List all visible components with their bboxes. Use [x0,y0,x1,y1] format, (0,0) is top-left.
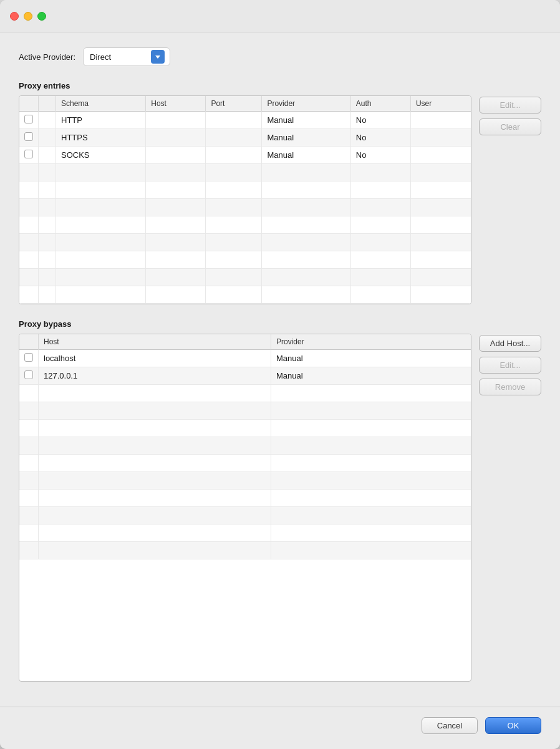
row-schema: HTTPS [56,129,146,147]
bypass-header-row: Host Provider [19,334,471,350]
proxy-entries-table-section: Schema Host Port Provider Auth User HTTP [19,95,541,304]
empty-row [19,234,471,251]
minimize-button[interactable] [24,12,32,21]
title-bar [0,0,560,32]
empty-row [19,164,471,181]
row-auth: No [350,147,410,164]
empty-row [19,269,471,286]
row-schema: HTTP [56,112,146,129]
row-provider: Manual [262,129,350,147]
empty-row [19,216,471,234]
empty-row [19,542,471,559]
col-host: Host [146,96,206,112]
bypass-row-host: 127.0.0.1 [39,367,271,385]
proxy-bypass-title: Proxy bypass [19,319,541,329]
empty-row [19,402,471,420]
bypass-table-container: Host Provider localhost Manual 127.0.0.1… [19,334,471,682]
col-color [39,96,56,112]
traffic-lights [10,12,46,21]
empty-row [19,181,471,199]
ok-button[interactable]: OK [485,717,541,734]
table-row[interactable]: 127.0.0.1 Manual [19,367,471,385]
empty-row [19,251,471,269]
bypass-col-host: Host [39,334,271,350]
bypass-row-host: localhost [39,350,271,367]
row-schema: SOCKS [56,147,146,164]
bypass-row-provider: Manual [271,350,471,367]
bypass-row-checkbox[interactable] [24,370,33,379]
row-provider: Manual [262,112,350,129]
row-checkbox[interactable] [24,115,33,123]
empty-row [19,524,471,542]
row-checkbox[interactable] [24,132,33,141]
table-row[interactable]: localhost Manual [19,350,471,367]
empty-row [19,472,471,490]
proxy-entries-table-container: Schema Host Port Provider Auth User HTTP [19,95,471,304]
bypass-col-provider: Provider [271,334,471,350]
proxy-entries-table: Schema Host Port Provider Auth User HTTP [19,96,471,304]
row-host [146,147,206,164]
proxy-entries-section: Proxy entries Schema Host Port Provider [19,81,541,319]
row-port [206,112,262,129]
row-color-cell [39,129,56,147]
row-auth: No [350,112,410,129]
row-user [410,147,471,164]
empty-row [19,437,471,455]
proxy-entries-buttons: Edit... Clear [479,95,541,304]
col-schema: Schema [56,96,146,112]
row-host [146,129,206,147]
empty-row [19,507,471,524]
empty-row [19,455,471,472]
proxy-entries-header-row: Schema Host Port Provider Auth User [19,96,471,112]
table-row[interactable]: SOCKS Manual No [19,147,471,164]
col-auth: Auth [350,96,410,112]
row-color-cell [39,112,56,129]
row-port [206,129,262,147]
bypass-buttons-col: Add Host... Edit... Remove [479,334,541,682]
dropdown-arrow-icon [151,50,165,64]
content-area: Active Provider: Direct Proxy entries Sc… [0,32,560,707]
proxy-entries-title: Proxy entries [19,81,541,90]
table-row[interactable]: HTTP Manual No [19,112,471,129]
bypass-table: Host Provider localhost Manual 127.0.0.1… [19,334,471,559]
add-host-button[interactable]: Add Host... [479,335,541,352]
cancel-button[interactable]: Cancel [422,717,478,734]
provider-dropdown[interactable]: Direct [83,47,170,66]
empty-row [19,286,471,304]
bypass-edit-button[interactable]: Edit... [479,357,541,374]
close-button[interactable] [10,12,19,21]
empty-row [19,385,471,402]
col-user: User [410,96,471,112]
row-host [146,112,206,129]
row-checkbox[interactable] [24,150,33,158]
empty-row [19,490,471,507]
col-provider: Provider [262,96,350,112]
proxy-bypass-section: Proxy bypass Host Provider lo [19,319,541,682]
bypass-table-area: Host Provider localhost Manual 127.0.0.1… [19,334,541,682]
proxy-edit-button[interactable]: Edit... [479,97,541,114]
row-provider: Manual [262,147,350,164]
bypass-col-checkbox [19,334,39,350]
row-port [206,147,262,164]
col-port: Port [206,96,262,112]
main-window: Active Provider: Direct Proxy entries Sc… [0,0,560,749]
row-user [410,129,471,147]
active-provider-row: Active Provider: Direct [19,47,541,66]
active-provider-label: Active Provider: [19,52,75,62]
empty-row [19,199,471,216]
proxy-clear-button[interactable]: Clear [479,118,541,135]
row-auth: No [350,129,410,147]
bypass-remove-button[interactable]: Remove [479,379,541,395]
col-checkbox [19,96,39,112]
row-color-cell [39,147,56,164]
table-row[interactable]: HTTPS Manual No [19,129,471,147]
maximize-button[interactable] [37,12,46,21]
provider-select-value: Direct [90,52,147,62]
empty-row [19,420,471,437]
bypass-row-checkbox[interactable] [24,353,33,362]
footer: Cancel OK [0,707,560,749]
bypass-row-provider: Manual [271,367,471,385]
row-user [410,112,471,129]
